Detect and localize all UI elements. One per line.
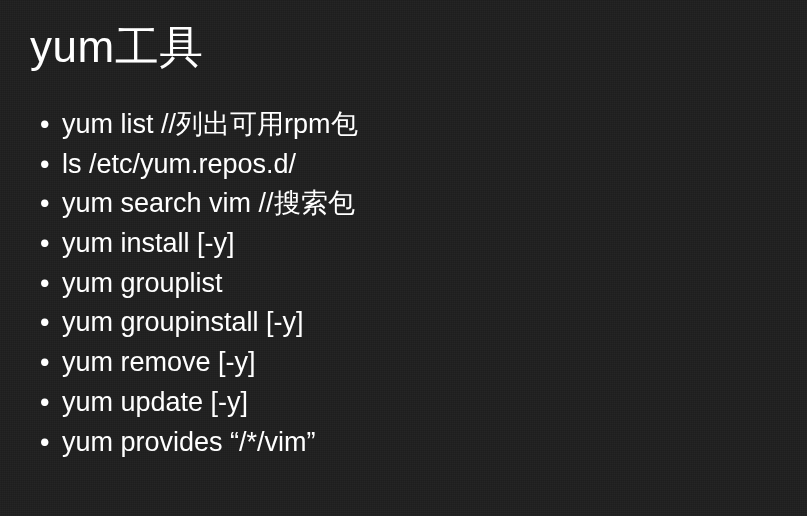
list-item: ls /etc/yum.repos.d/ xyxy=(40,145,777,185)
list-item: yum grouplist xyxy=(40,264,777,304)
list-item: yum search vim //搜索包 xyxy=(40,184,777,224)
list-item: yum list //列出可用rpm包 xyxy=(40,105,777,145)
list-item: yum update [-y] xyxy=(40,383,777,423)
list-item: yum groupinstall [-y] xyxy=(40,303,777,343)
list-item: yum install [-y] xyxy=(40,224,777,264)
slide-title: yum工具 xyxy=(30,18,777,77)
list-item: yum provides “/*/vim” xyxy=(40,423,777,463)
list-item: yum remove [-y] xyxy=(40,343,777,383)
command-list: yum list //列出可用rpm包 ls /etc/yum.repos.d/… xyxy=(30,105,777,462)
